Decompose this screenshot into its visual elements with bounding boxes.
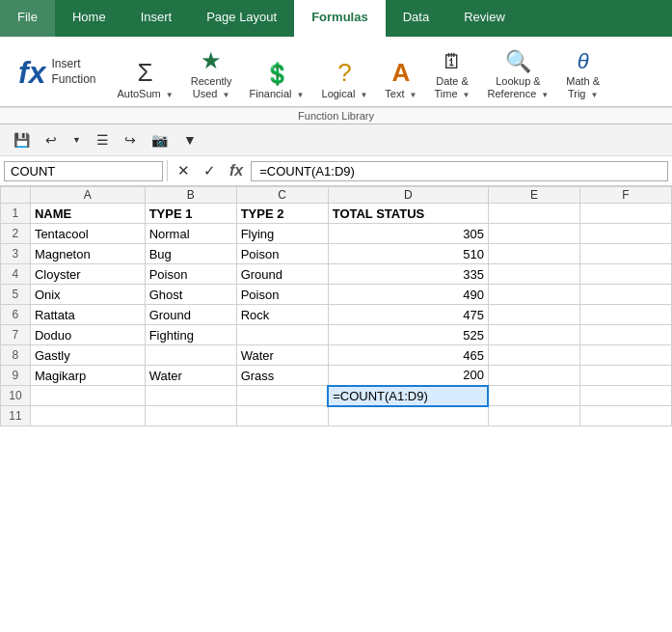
recently-used-button[interactable]: ★ RecentlyUsed ▼ <box>184 41 239 104</box>
cell-d10[interactable]: =COUNT(A1:D9) <box>328 386 488 406</box>
cell-e3[interactable] <box>488 244 579 264</box>
more-button[interactable]: ▼ <box>177 128 202 151</box>
cell-b9[interactable]: Water <box>145 366 236 386</box>
cell-d1[interactable]: TOTAL STATUS <box>328 204 488 224</box>
cell-b7[interactable]: Fighting <box>145 325 236 345</box>
cell-e10[interactable] <box>488 386 579 406</box>
insert-function-button[interactable]: fx InsertFunction <box>8 41 106 104</box>
cell-d8[interactable]: 465 <box>328 345 488 366</box>
cell-c8[interactable]: Water <box>236 345 328 366</box>
cell-b5[interactable]: Ghost <box>145 285 236 305</box>
cell-d3[interactable]: 510 <box>328 244 488 264</box>
cell-a11[interactable] <box>30 406 145 426</box>
text-button[interactable]: A Text ▼ <box>378 41 423 104</box>
cell-a8[interactable]: Gastly <box>30 345 145 366</box>
tab-page-layout[interactable]: Page Layout <box>189 0 294 37</box>
cell-c5[interactable]: Poison <box>236 285 328 305</box>
cell-f3[interactable] <box>579 244 671 264</box>
cell-f11[interactable] <box>579 406 671 426</box>
cell-a3[interactable]: Magneton <box>30 244 145 264</box>
cell-c3[interactable]: Poison <box>236 244 328 264</box>
cell-f7[interactable] <box>579 325 671 345</box>
cell-a6[interactable]: Rattata <box>30 305 145 325</box>
cell-c6[interactable]: Rock <box>236 305 328 325</box>
cell-c9[interactable]: Grass <box>236 366 328 386</box>
cell-e1[interactable] <box>488 204 579 224</box>
cell-d5[interactable]: 490 <box>328 285 488 305</box>
cell-b8[interactable] <box>145 345 236 366</box>
cell-c7[interactable] <box>236 325 328 345</box>
cell-d11[interactable] <box>328 406 488 426</box>
cell-a5[interactable]: Onix <box>30 285 145 305</box>
math-trig-button[interactable]: θ Math &Trig ▼ <box>559 41 606 104</box>
camera-button[interactable]: 📷 <box>146 128 174 151</box>
tab-home[interactable]: Home <box>55 0 123 37</box>
cell-d7[interactable]: 525 <box>328 325 488 345</box>
cell-b6[interactable]: Ground <box>145 305 236 325</box>
cell-d4[interactable]: 335 <box>328 264 488 285</box>
cell-e4[interactable] <box>488 264 579 285</box>
undo-dropdown[interactable]: ▼ <box>67 131 87 149</box>
lookup-reference-button[interactable]: 🔍 Lookup &Reference ▼ <box>481 41 556 104</box>
cell-b4[interactable]: Poison <box>145 264 236 285</box>
cell-b11[interactable] <box>145 406 236 426</box>
cell-a9[interactable]: Magikarp <box>30 366 145 386</box>
tab-formulas[interactable]: Formulas <box>294 0 386 37</box>
confirm-button[interactable]: ✓ <box>198 159 222 182</box>
col-header-c[interactable]: C <box>236 187 328 204</box>
cell-e11[interactable] <box>488 406 579 426</box>
cell-d6[interactable]: 475 <box>328 305 488 325</box>
bullets-button[interactable]: ☰ <box>91 128 115 151</box>
cell-a1[interactable]: NAME <box>30 204 145 224</box>
cell-c4[interactable]: Ground <box>236 264 328 285</box>
cell-f8[interactable] <box>579 345 671 366</box>
cell-a2[interactable]: Tentacool <box>30 224 145 244</box>
tab-review[interactable]: Review <box>446 0 523 37</box>
formula-input[interactable] <box>251 161 668 181</box>
cell-e5[interactable] <box>488 285 579 305</box>
cell-a10[interactable] <box>30 386 145 406</box>
cell-c1[interactable]: TYPE 2 <box>236 204 328 224</box>
cell-f4[interactable] <box>579 264 671 285</box>
cell-f9[interactable] <box>579 366 671 386</box>
tab-data[interactable]: Data <box>386 0 446 37</box>
col-header-d[interactable]: D <box>328 187 488 204</box>
cancel-button[interactable]: ✕ <box>172 159 196 182</box>
cell-b2[interactable]: Normal <box>145 224 236 244</box>
cell-f6[interactable] <box>579 305 671 325</box>
cell-c2[interactable]: Flying <box>236 224 328 244</box>
cell-d2[interactable]: 305 <box>328 224 488 244</box>
tab-insert[interactable]: Insert <box>123 0 190 37</box>
date-time-button[interactable]: 🗓 Date &Time ▼ <box>428 41 477 104</box>
tab-file[interactable]: File <box>0 0 55 37</box>
cell-f1[interactable] <box>579 204 671 224</box>
autosum-button[interactable]: Σ AutoSum ▼ <box>110 41 179 104</box>
cell-f10[interactable] <box>579 386 671 406</box>
cell-name-box[interactable] <box>4 161 163 181</box>
cell-b3[interactable]: Bug <box>145 244 236 264</box>
cell-a7[interactable]: Doduo <box>30 325 145 345</box>
save-button[interactable]: 💾 <box>8 128 36 151</box>
financial-button[interactable]: 💲 Financial ▼ <box>243 41 311 104</box>
col-header-b[interactable]: B <box>145 187 236 204</box>
cell-c10[interactable] <box>236 386 328 406</box>
cell-e6[interactable] <box>488 305 579 325</box>
col-header-f[interactable]: F <box>579 187 671 204</box>
cell-e9[interactable] <box>488 366 579 386</box>
cell-f2[interactable] <box>579 224 671 244</box>
cell-b10[interactable] <box>145 386 236 406</box>
fx-button[interactable]: fx <box>224 159 249 182</box>
col-header-a[interactable]: A <box>30 187 145 204</box>
cell-e2[interactable] <box>488 224 579 244</box>
redo-button[interactable]: ↪ <box>119 128 142 151</box>
cell-c11[interactable] <box>236 406 328 426</box>
cell-b1[interactable]: TYPE 1 <box>145 204 236 224</box>
col-header-e[interactable]: E <box>488 187 579 204</box>
logical-button[interactable]: ? Logical ▼ <box>315 41 375 104</box>
cell-e8[interactable] <box>488 345 579 366</box>
cell-f5[interactable] <box>579 285 671 305</box>
undo-button[interactable]: ↩ <box>40 128 63 151</box>
cell-e7[interactable] <box>488 325 579 345</box>
cell-d9[interactable]: 200 <box>328 366 488 386</box>
cell-a4[interactable]: Cloyster <box>30 264 145 285</box>
